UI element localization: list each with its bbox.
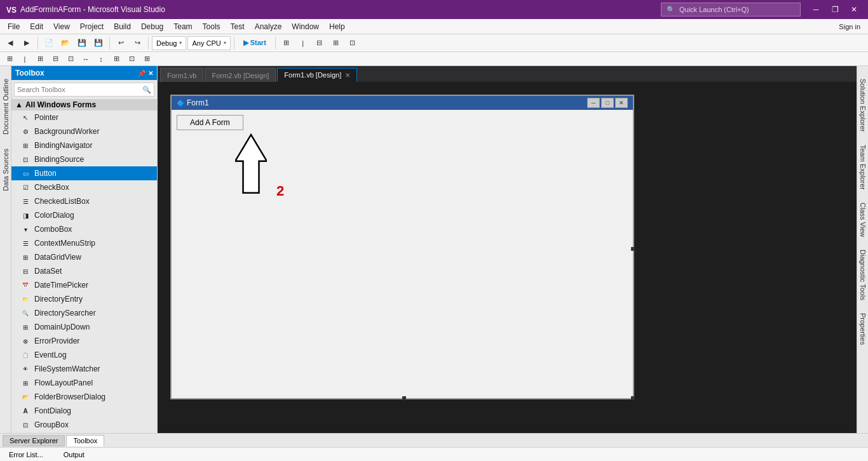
toolbox-item-fontdialog[interactable]: FontDialog (11, 404, 157, 418)
toolbox-pin-icon[interactable]: 📌 (138, 70, 146, 77)
cpu-dropdown[interactable]: Any CPU ▾ (187, 36, 230, 50)
toolbox-item-pointer[interactable]: Pointer (11, 110, 157, 124)
fmt-btn-1[interactable]: ⊞ (3, 53, 17, 65)
menu-test[interactable]: Test (226, 19, 250, 34)
form-close-btn[interactable]: ✕ (615, 98, 628, 108)
start-button[interactable]: ▶ Start (238, 36, 272, 51)
minimize-button[interactable]: ─ (807, 1, 825, 18)
toolbox-item-datagridview[interactable]: DataGridView (11, 250, 157, 264)
sidebar-diagnostic-tools[interactable]: Diagnostic Tools (858, 243, 868, 307)
toolbox-item-backgroundworker[interactable]: BackgroundWorker (11, 124, 157, 138)
sidebar-team-explorer[interactable]: Team Explorer (858, 138, 868, 196)
menu-help[interactable]: Help (324, 19, 350, 34)
toolbox-item-checkbox[interactable]: CheckBox (11, 180, 157, 194)
sidebar-item-data-sources[interactable]: Data Sources (1, 142, 11, 197)
toolbox-item-colordialog[interactable]: ColorDialog (11, 208, 157, 222)
sidebar-class-view[interactable]: Class View (858, 196, 868, 243)
tab-form2-design[interactable]: Form2.vb [Design] (205, 68, 276, 82)
toolbox-category-header[interactable]: ▲ All Windows Forms (11, 99, 157, 110)
toolbox-item-directoryentry[interactable]: DirectoryEntry (11, 292, 157, 306)
menu-analyze[interactable]: Analyze (250, 19, 287, 34)
fmt-btn-6[interactable]: ↔ (79, 53, 93, 65)
tb-btn-2[interactable]: | (295, 36, 311, 51)
design-canvas[interactable]: 🔷 Form1 ─ □ ✕ Add A Form (158, 82, 857, 433)
menu-build[interactable]: Build (109, 19, 136, 34)
form-body[interactable]: Add A Form 2 (172, 110, 633, 398)
close-button[interactable]: ✕ (845, 1, 863, 18)
toolbox-item-errorprovider[interactable]: ErrorProvider (11, 334, 157, 348)
fmt-btn-7[interactable]: ↕ (94, 53, 108, 65)
toolbox-item-helpprovider[interactable]: HelpProvider (11, 432, 157, 433)
form-designer[interactable]: 🔷 Form1 ─ □ ✕ Add A Form (170, 95, 634, 399)
sidebar-item-document-outline[interactable]: Document Outline (1, 72, 11, 141)
toolbox-item-flowlayoutpanel[interactable]: FlowLayoutPanel (11, 376, 157, 390)
toolbox-item-dataset[interactable]: DataSet (11, 264, 157, 278)
toolbox-item-datetimepicker[interactable]: DateTimePicker (11, 278, 157, 292)
forward-button[interactable]: ▶ (19, 36, 34, 51)
back-button[interactable]: ◀ (3, 36, 18, 51)
add-form-button[interactable]: Add A Form (177, 115, 243, 130)
tab-form1-design[interactable]: Form1.vb [Design] ✕ (277, 68, 357, 82)
toolbox-item-directorysearcher[interactable]: DirectorySearcher (11, 306, 157, 320)
toolbox-item-contextmenustrip[interactable]: ContextMenuStrip (11, 236, 157, 250)
resize-handle-bottom-right[interactable] (631, 396, 635, 400)
menu-project[interactable]: Project (75, 19, 109, 34)
tb-btn-3[interactable]: ⊟ (312, 36, 327, 51)
fmt-btn-5[interactable]: ⊡ (64, 53, 78, 65)
toolbox-item-label-button: Button (34, 169, 57, 178)
tab-form1-design-close[interactable]: ✕ (345, 72, 350, 79)
tb-btn-4[interactable]: ⊞ (329, 36, 344, 51)
fmt-btn-10[interactable]: ⊞ (140, 53, 154, 65)
toolbox-item-filesystemwatcher[interactable]: FileSystemWatcher (11, 362, 157, 376)
sidebar-solution-explorer[interactable]: Solution Explorer (858, 72, 868, 138)
fmt-btn-3[interactable]: ⊞ (33, 53, 47, 65)
menu-file[interactable]: File (3, 19, 25, 34)
save-button[interactable]: 💾 (74, 36, 90, 51)
debug-config-dropdown[interactable]: Debug ▾ (152, 36, 186, 50)
bottom-tab-toolbox[interactable]: Toolbox (66, 435, 104, 446)
fmt-btn-9[interactable]: ⊡ (125, 53, 139, 65)
tb-btn-1[interactable]: ⊞ (279, 36, 294, 51)
undo-button[interactable]: ↩ (113, 36, 128, 51)
toolbox-item-domainupdown[interactable]: DomainUpDown (11, 320, 157, 334)
menu-view[interactable]: View (48, 19, 75, 34)
toolbox-close-icon[interactable]: ✕ (148, 70, 153, 77)
menu-window[interactable]: Window (287, 19, 324, 34)
redo-button[interactable]: ↪ (130, 36, 145, 51)
save-all-button[interactable]: 💾 (91, 36, 106, 51)
bindingsource-icon (20, 154, 31, 164)
fmt-btn-8[interactable]: ⊞ (109, 53, 123, 65)
fmt-btn-2[interactable]: | (18, 53, 32, 65)
toolbox-item-checkedlistbox[interactable]: CheckedListBox (11, 194, 157, 208)
sidebar-properties[interactable]: Properties (858, 307, 868, 351)
sign-in-button[interactable]: Sign in (834, 22, 865, 32)
resize-handle-bottom-center[interactable] (402, 396, 406, 400)
menu-tools[interactable]: Tools (198, 19, 226, 34)
menu-team[interactable]: Team (168, 19, 197, 34)
toolbox-item-button[interactable]: Button (11, 166, 157, 180)
bottom-tab-server-explorer[interactable]: Server Explorer (3, 435, 65, 446)
menu-debug[interactable]: Debug (136, 19, 168, 34)
restore-button[interactable]: ❐ (826, 1, 844, 18)
toolbox-item-groupbox[interactable]: GroupBox (11, 418, 157, 432)
toolbox-item-folderbrowserdialog[interactable]: FolderBrowserDialog (11, 390, 157, 404)
quick-launch-titlebar[interactable]: 🔍 Quick Launch (Ctrl+Q) (661, 3, 801, 17)
open-button[interactable]: 📂 (58, 36, 73, 51)
resize-handle-right-center[interactable] (631, 247, 635, 251)
form-minimize-btn[interactable]: ─ (587, 98, 600, 108)
toolbox-header: Toolbox 📌 ✕ (11, 66, 157, 80)
toolbox-item-bindingsource[interactable]: BindingSource (11, 152, 157, 166)
menu-edit[interactable]: Edit (25, 19, 48, 34)
output-tab[interactable]: Output (60, 450, 88, 460)
toolbox-item-combobox[interactable]: ComboBox (11, 222, 157, 236)
toolbox-item-bindingnavigator[interactable]: BindingNavigator (11, 138, 157, 152)
error-list-tab[interactable]: Error List... (5, 450, 47, 460)
new-project-button[interactable]: 📄 (41, 36, 57, 51)
tab-form1-vb[interactable]: Form1.vb (160, 68, 203, 82)
form-restore-btn[interactable]: □ (601, 98, 614, 108)
toolbox-item-label-datagridview: DataGridView (34, 253, 81, 262)
toolbox-item-eventlog[interactable]: EventLog (11, 348, 157, 362)
search-toolbox-input[interactable] (17, 86, 142, 93)
fmt-btn-4[interactable]: ⊟ (48, 53, 62, 65)
tb-btn-5[interactable]: ⊡ (345, 36, 360, 51)
